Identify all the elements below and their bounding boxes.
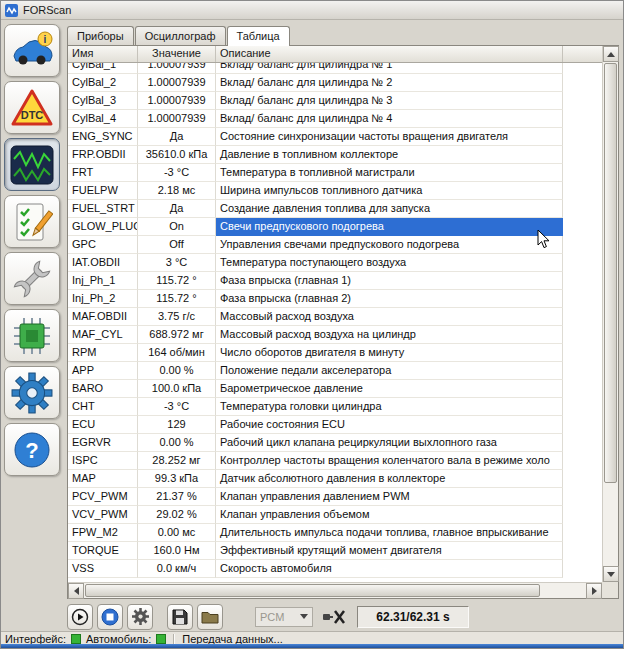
table-row[interactable]: FPW_M2 0.00 мс Длительность импульса под… bbox=[68, 524, 602, 542]
table-row[interactable]: VSS 0.0 км/ч Скорость автомобиля bbox=[68, 560, 602, 578]
tab-instruments[interactable]: Приборы bbox=[67, 26, 134, 45]
pid-description: Вклад/ баланс для цилиндра № 2 bbox=[216, 74, 563, 92]
column-header-name[interactable]: Имя bbox=[68, 46, 138, 62]
sidebar-item-help[interactable]: ? bbox=[4, 423, 60, 476]
pid-description: Ширина импульсов топливного датчика bbox=[216, 182, 563, 200]
pid-description: Давление в топливном коллекторе bbox=[216, 146, 563, 164]
pid-value: 160.0 Нм bbox=[138, 542, 216, 560]
pid-value: 0.00 мс bbox=[138, 524, 216, 542]
scroll-right-button[interactable] bbox=[586, 583, 602, 599]
scroll-up-button[interactable] bbox=[603, 46, 619, 62]
table-row[interactable]: GPC Off Управления свечами предпускового… bbox=[68, 236, 602, 254]
scrollbar-corner bbox=[602, 582, 618, 598]
toolbar: PCM 62.31/62.31 s bbox=[67, 602, 619, 631]
pid-description: Рабочие состояния ECU bbox=[216, 416, 563, 434]
table-row[interactable]: Inj_Ph_2 115.72 ° Фаза впрыска (главная … bbox=[68, 290, 602, 308]
pid-description: Вклад/ баланс для цилиндра № 4 bbox=[216, 110, 563, 128]
table-row[interactable]: MAF.OBDII 3.75 г/с Массовый расход возду… bbox=[68, 308, 602, 326]
tab-oscilloscope[interactable]: Осциллограф bbox=[135, 26, 226, 45]
sidebar-item-dtc[interactable]: DTC bbox=[4, 81, 60, 134]
vertical-scrollbar[interactable] bbox=[602, 46, 618, 582]
horizontal-scroll-thumb[interactable] bbox=[85, 584, 540, 597]
pid-description: Рабочий цикл клапана рециркуляции выхлоп… bbox=[216, 434, 563, 452]
sidebar-item-vehicle-info[interactable]: i bbox=[4, 24, 60, 77]
save-button[interactable] bbox=[167, 604, 193, 630]
pid-value: On bbox=[138, 218, 216, 236]
horizontal-scrollbar[interactable] bbox=[68, 582, 602, 598]
module-select[interactable]: PCM bbox=[255, 607, 313, 627]
table-row[interactable]: ENG_SYNC Да Состояние синхронизации част… bbox=[68, 128, 602, 146]
table-row[interactable]: FUEL_STRT Да Создание давления топлива д… bbox=[68, 200, 602, 218]
table-row[interactable]: CylBal_3 1.00007939 Вклад/ баланс для ци… bbox=[68, 92, 602, 110]
column-header-value[interactable]: Значение bbox=[138, 46, 216, 62]
options-button[interactable] bbox=[127, 604, 153, 630]
pid-description: Контроллер частоты вращения коленчатого … bbox=[216, 452, 563, 470]
pid-table: Имя Значение Описание CylBal_1 1.0000793… bbox=[67, 45, 619, 599]
table-row[interactable]: TORQUE 160.0 Нм Эффективный крутящий мом… bbox=[68, 542, 602, 560]
pid-value: 35610.0 кПа bbox=[138, 146, 216, 164]
pid-name: ECU bbox=[68, 416, 138, 434]
table-row[interactable]: ISPC 28.252 мг Контроллер частоты вращен… bbox=[68, 452, 602, 470]
open-folder-button[interactable] bbox=[197, 604, 223, 630]
pid-description: Датчик абсолютного давления в коллекторе bbox=[216, 470, 563, 488]
play-icon bbox=[71, 608, 89, 626]
pid-description: Фаза впрыска (главная 1) bbox=[216, 272, 563, 290]
statusbar-divider bbox=[173, 634, 175, 645]
pid-name: VSS bbox=[68, 560, 138, 578]
pid-value: Off bbox=[138, 236, 216, 254]
table-row[interactable]: RPM 164 об/мин Число оборотов двигателя … bbox=[68, 344, 602, 362]
folder-icon bbox=[201, 610, 219, 624]
play-button[interactable] bbox=[67, 604, 93, 630]
sidebar-item-configuration[interactable] bbox=[4, 309, 60, 362]
column-header-description[interactable]: Описание bbox=[216, 46, 563, 62]
pid-description: Скорость автомобиля bbox=[216, 560, 563, 578]
table-row[interactable]: MAF_CYL 688.972 мг Массовый расход возду… bbox=[68, 326, 602, 344]
table-row[interactable]: APP 0.00 % Положение педали акселератора bbox=[68, 362, 602, 380]
pid-value: 28.252 мг bbox=[138, 452, 216, 470]
pid-value: 688.972 мг bbox=[138, 326, 216, 344]
table-row[interactable]: BARO 100.0 кПа Барометрическое давление bbox=[68, 380, 602, 398]
scroll-left-button[interactable] bbox=[68, 583, 84, 599]
pid-value: 3 °C bbox=[138, 254, 216, 272]
pid-description: Состояние синхронизации частоты вращения… bbox=[216, 128, 563, 146]
scroll-down-button[interactable] bbox=[603, 566, 619, 582]
up-arrow-icon bbox=[607, 52, 615, 57]
table-row[interactable]: GLOW_PLUG On Свечи предпускового подогре… bbox=[68, 218, 602, 236]
sidebar-item-oscilloscope[interactable] bbox=[4, 138, 60, 191]
sidebar-item-service[interactable] bbox=[4, 252, 60, 305]
table-row[interactable]: VCV_PWM 29.02 % Клапан управления объемо… bbox=[68, 506, 602, 524]
combo-arrow-icon bbox=[300, 614, 308, 619]
table-row[interactable]: CylBal_2 1.00007939 Вклад/ баланс для ци… bbox=[68, 74, 602, 92]
vertical-scroll-thumb[interactable] bbox=[604, 63, 617, 483]
disconnect-button[interactable] bbox=[321, 606, 347, 628]
pid-name: FPW_M2 bbox=[68, 524, 138, 542]
table-row[interactable]: EGRVR 0.00 % Рабочий цикл клапана рецирк… bbox=[68, 434, 602, 452]
sidebar-item-tests[interactable] bbox=[4, 195, 60, 248]
pid-name: Inj_Ph_1 bbox=[68, 272, 138, 290]
taskbar-strip bbox=[1, 644, 623, 648]
pid-name: VCV_PWM bbox=[68, 506, 138, 524]
pid-name: TORQUE bbox=[68, 542, 138, 560]
chip-icon bbox=[11, 315, 53, 357]
table-row[interactable]: PCV_PWM 21.37 % Клапан управления давлен… bbox=[68, 488, 602, 506]
pid-description: Массовый расход воздуха bbox=[216, 308, 563, 326]
sidebar-item-settings[interactable] bbox=[4, 366, 60, 419]
table-row[interactable]: IAT.OBDII 3 °C Температура поступающего … bbox=[68, 254, 602, 272]
table-row[interactable]: CHT -3 °C Температура головки цилиндра bbox=[68, 398, 602, 416]
pid-value: 164 об/мин bbox=[138, 344, 216, 362]
table-row[interactable]: CylBal_1 1.00007939 Вклад/ баланс для ци… bbox=[68, 63, 602, 74]
table-row[interactable]: FRP.OBDII 35610.0 кПа Давление в топливн… bbox=[68, 146, 602, 164]
table-row[interactable]: ECU 129 Рабочие состояния ECU bbox=[68, 416, 602, 434]
table-row[interactable]: CylBal_4 1.00007939 Вклад/ баланс для ци… bbox=[68, 110, 602, 128]
pid-name: BARO bbox=[68, 380, 138, 398]
pid-description: Длительность импульса подачи топлива, гл… bbox=[216, 524, 563, 542]
tab-table[interactable]: Таблица bbox=[227, 26, 290, 46]
table-row[interactable]: FUELPW 2.18 мс Ширина импульсов топливно… bbox=[68, 182, 602, 200]
stop-button[interactable] bbox=[97, 604, 123, 630]
table-row[interactable]: Inj_Ph_1 115.72 ° Фаза впрыска (главная … bbox=[68, 272, 602, 290]
table-header: Имя Значение Описание bbox=[68, 46, 602, 63]
table-row[interactable]: FRT -3 °C Температура в топливной магист… bbox=[68, 164, 602, 182]
table-row[interactable]: MAP 99.3 кПа Датчик абсолютного давления… bbox=[68, 470, 602, 488]
car-info-icon: i bbox=[10, 30, 54, 72]
down-arrow-icon bbox=[607, 572, 615, 577]
